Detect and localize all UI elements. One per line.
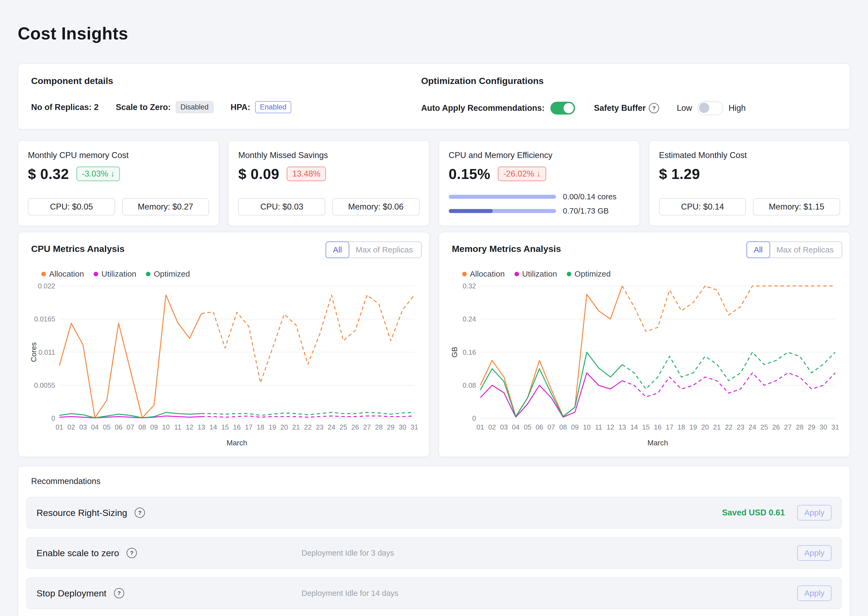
svg-text:29: 29 (808, 423, 815, 431)
svg-text:05: 05 (103, 423, 111, 431)
saved-amount: Saved USD 0.61 (722, 508, 785, 517)
charts-row: CPU Metrics Analysis All Max of Replicas… (18, 232, 850, 457)
svg-text:19: 19 (268, 423, 276, 431)
svg-text:23: 23 (736, 423, 744, 431)
legend-optimized: Optimized (567, 269, 611, 278)
help-icon[interactable]: ? (114, 588, 124, 598)
apply-button[interactable]: Apply (797, 505, 832, 520)
svg-text:28: 28 (796, 423, 804, 431)
gb-usage-label: 0.70/1.73 GB (563, 207, 609, 215)
svg-text:07: 07 (547, 423, 555, 431)
svg-text:22: 22 (725, 423, 733, 431)
memory-cost-box: Memory: $0.06 (332, 198, 419, 215)
svg-text:04: 04 (91, 423, 99, 431)
optimization-config-heading: Optimization Configurations (421, 75, 837, 86)
svg-text:26: 26 (772, 423, 780, 431)
efficiency-value: 0.15% (449, 165, 491, 182)
tab-all[interactable]: All (747, 242, 770, 258)
apply-button[interactable]: Apply (797, 545, 832, 561)
help-icon[interactable]: ? (135, 508, 145, 518)
svg-text:10: 10 (162, 423, 170, 431)
svg-text:0.16: 0.16 (462, 349, 476, 356)
rec-title-wrap: Resource Right-Sizing ? (36, 508, 301, 518)
rec-note: Deployment Idle for 3 days (301, 548, 394, 558)
svg-text:0.08: 0.08 (462, 382, 476, 389)
svg-text:27: 27 (363, 423, 371, 431)
rec-title: Enable scale to zero (36, 548, 119, 558)
legend-allocation: Allocation (41, 269, 84, 278)
card-title: Monthly Missed Savings (238, 151, 419, 160)
svg-text:05: 05 (524, 423, 531, 431)
legend-label: Optimized (154, 269, 190, 278)
hpa-pair: HPA: Enabled (231, 101, 292, 113)
svg-text:20: 20 (701, 423, 709, 431)
help-icon[interactable]: ? (127, 548, 137, 558)
svg-text:0.32: 0.32 (462, 282, 476, 290)
cores-progress-bar (449, 195, 556, 199)
recommendation-row-resource-right-sizing: Resource Right-Sizing ? Saved USD 0.61 A… (26, 497, 842, 528)
svg-text:28: 28 (375, 423, 383, 431)
svg-text:09: 09 (571, 423, 579, 431)
legend-allocation: Allocation (462, 269, 505, 278)
efficiency-bars: 0.00/0.14 cores 0.70/1.73 GB (449, 192, 630, 215)
svg-text:25: 25 (340, 423, 347, 431)
svg-text:26: 26 (352, 423, 359, 431)
rec-right: Apply (785, 585, 832, 601)
svg-text:20: 20 (280, 423, 288, 431)
svg-text:14: 14 (630, 423, 638, 431)
svg-text:12: 12 (606, 423, 614, 431)
tab-max-of-replicas[interactable]: Max of Replicas (348, 242, 421, 258)
svg-text:12: 12 (185, 423, 193, 431)
svg-text:03: 03 (500, 423, 508, 431)
legend-utilization: Utilization (515, 269, 557, 278)
svg-text:27: 27 (784, 423, 792, 431)
trend-badge: 13.48% (287, 167, 326, 181)
value-row: $ 0.09 13.48% (238, 165, 419, 182)
scale-to-zero-label: Scale to Zero: (116, 102, 171, 112)
safety-buffer-toggle[interactable] (697, 101, 723, 115)
svg-text:06: 06 (115, 423, 122, 431)
details-config-card: Component details No of Replicas: 2 Scal… (18, 63, 850, 130)
svg-text:18: 18 (678, 423, 685, 431)
cpu-memory-efficiency-card: CPU and Memory Efficiency 0.15% -26.02% … (439, 140, 640, 226)
svg-text:31: 31 (410, 423, 418, 431)
chart-legend: Allocation Utilization Optimized (41, 269, 422, 278)
svg-text:17: 17 (245, 423, 253, 431)
svg-text:02: 02 (67, 423, 75, 431)
rec-title-wrap: Enable scale to zero ? (36, 548, 301, 558)
auto-apply-toggle[interactable] (550, 102, 575, 115)
svg-text:31: 31 (831, 423, 839, 431)
legend-label: Allocation (49, 269, 84, 278)
svg-text:0: 0 (51, 415, 55, 422)
rec-right: Apply (785, 545, 832, 561)
monthly-missed-savings-card: Monthly Missed Savings $ 0.09 13.48% CPU… (228, 140, 429, 226)
tab-all[interactable]: All (326, 242, 349, 258)
utilization-dot-icon (515, 272, 519, 277)
optimization-config-section: Optimization Configurations Auto Apply R… (418, 75, 837, 115)
svg-text:Cores: Cores (30, 343, 38, 362)
cpu-metrics-chart: 00.00550.0110.01650.02201020304050607080… (26, 281, 422, 450)
svg-text:0.0165: 0.0165 (34, 315, 55, 323)
svg-text:09: 09 (150, 423, 158, 431)
svg-text:13: 13 (618, 423, 626, 431)
svg-text:30: 30 (819, 423, 827, 431)
svg-text:21: 21 (292, 423, 300, 431)
memory-cost-box: Memory: $1.15 (753, 198, 840, 215)
svg-text:0.011: 0.011 (38, 349, 55, 356)
value-row: $ 0.32 -3.03% ↓ (28, 165, 209, 182)
svg-text:0.24: 0.24 (462, 315, 476, 323)
svg-text:03: 03 (79, 423, 87, 431)
component-details-section: Component details No of Replicas: 2 Scal… (31, 75, 418, 115)
apply-button[interactable]: Apply (797, 585, 832, 601)
cpu-cost-box: CPU: $0.14 (659, 198, 746, 215)
svg-text:11: 11 (595, 423, 602, 431)
card-title: Estimated Monthly Cost (659, 151, 840, 160)
scale-to-zero-badge: Disabled (176, 101, 213, 113)
rec-note: Deployment Idle for 14 days (301, 589, 398, 598)
gb-progress-bar (449, 209, 556, 213)
tab-max-of-replicas[interactable]: Max of Replicas (769, 242, 842, 258)
estimated-monthly-cost-card: Estimated Monthly Cost $ 1.29 CPU: $0.14… (649, 140, 850, 226)
help-icon[interactable]: ? (649, 103, 659, 113)
component-details-heading: Component details (31, 75, 418, 86)
svg-text:0.022: 0.022 (38, 282, 55, 290)
